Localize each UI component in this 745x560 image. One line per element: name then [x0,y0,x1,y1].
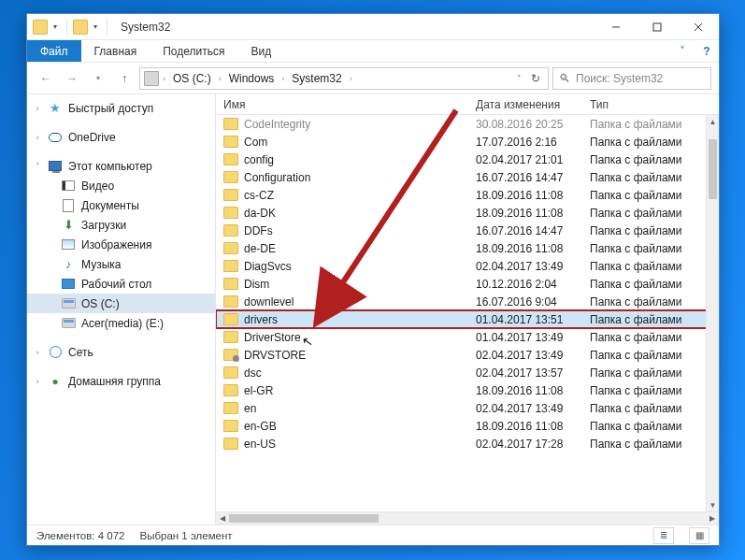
file-row[interactable]: Dism10.12.2016 2:04Папка с файлами [216,275,719,293]
file-row[interactable]: en-US02.04.2017 17:28Папка с файлами [216,435,719,452]
collapse-icon[interactable]: › [33,377,42,386]
ribbon-expand-icon[interactable]: ˅ [670,40,695,62]
tab-share[interactable]: Поделиться [150,40,237,62]
chevron-right-icon[interactable]: › [161,74,167,83]
file-row[interactable]: config02.04.2017 21:01Папка с файлами [216,151,719,168]
scroll-right-icon[interactable]: ▶ [706,514,719,523]
up-button[interactable]: ↑ [113,67,136,90]
file-row[interactable]: DriverStore01.04.2017 13:49Папка с файла… [216,328,719,346]
pictures-icon [61,237,76,252]
file-date: 02.04.2017 13:49 [476,260,590,273]
sidebar-item-documents[interactable]: Документы [27,195,215,215]
collapse-icon[interactable]: › [33,348,42,357]
scrollbar-thumb[interactable] [709,139,717,199]
col-name[interactable]: Имя [223,98,476,111]
homegroup-icon: ● [48,374,63,389]
file-row[interactable]: downlevel16.07.2016 9:04Папка с файлами [216,293,719,310]
scroll-left-icon[interactable]: ◀ [216,514,229,523]
file-row[interactable]: en-GB18.09.2016 11:08Папка с файлами [216,417,719,435]
sidebar-label: Документы [81,199,139,212]
breadcrumb[interactable]: OS (C:) [169,72,215,85]
folder-icon [223,402,238,414]
drive-icon [144,71,159,86]
address-dropdown-icon[interactable]: ˅ [513,74,525,83]
cursor-icon: ↖ [301,333,315,350]
folder-icon [223,136,238,148]
sidebar-item-video[interactable]: Видео [27,176,215,195]
collapse-icon[interactable]: ˅ [33,162,42,171]
help-icon[interactable]: ? [695,40,719,62]
scroll-down-icon[interactable]: ▼ [707,498,719,511]
chevron-right-icon[interactable]: › [348,74,354,83]
collapse-icon[interactable]: › [33,133,42,142]
qat-dropdown-icon[interactable]: ▾ [50,22,61,31]
file-row[interactable]: Com17.07.2016 2:16Папка с файлами [216,133,719,151]
tab-view[interactable]: Вид [237,40,284,62]
sidebar-item-pictures[interactable]: Изображения [27,235,215,254]
sidebar-item-desktop[interactable]: Рабочий стол [27,274,215,294]
file-row[interactable]: DDFs16.07.2016 14:47Папка с файлами [216,222,719,239]
back-button[interactable]: ← [35,67,57,90]
file-type: Папка с файлами [590,438,706,451]
network-icon [48,345,63,360]
file-row[interactable]: Configuration16.07.2016 14:47Папка с фай… [216,168,719,186]
view-icons-button[interactable]: ▦ [689,527,709,544]
scroll-up-icon[interactable]: ▲ [707,115,719,128]
qat-dropdown-icon[interactable]: ▾ [90,22,101,31]
breadcrumb[interactable]: Windows [225,72,279,85]
file-type: Папка с файлами [590,260,706,273]
refresh-icon[interactable]: ↻ [527,72,544,85]
sidebar-label: Видео [81,179,114,193]
col-type[interactable]: Тип [590,98,706,111]
file-name: en [244,402,256,415]
sidebar-item-downloads[interactable]: ⬇Загрузки [27,215,215,235]
sidebar-label: Acer(media) (E:) [81,317,164,330]
file-row[interactable]: drivers01.04.2017 13:51Папка с файлами [216,310,719,328]
minimize-button[interactable] [595,14,637,40]
tab-file[interactable]: Файл [27,40,81,62]
chevron-right-icon[interactable]: › [279,74,286,83]
file-row[interactable]: cs-CZ18.09.2016 11:08Папка с файлами [216,186,719,204]
folder-icon [223,207,238,219]
folder-icon [223,189,238,201]
search-box[interactable]: 🔍︎ Поиск: System32 [552,67,711,90]
sidebar-item-music[interactable]: ♪Музыка [27,254,215,274]
sidebar-item-drive-c[interactable]: OS (C:) [27,294,215,313]
file-row[interactable]: CodeIntegrity30.08.2016 20:25Папка с фай… [216,115,719,133]
sidebar-item-network[interactable]: › Сеть [27,342,215,362]
col-date[interactable]: Дата изменения [476,98,590,111]
file-row[interactable]: de-DE18.09.2016 11:08Папка с файлами [216,239,719,257]
horizontal-scrollbar[interactable]: ◀ ▶ [216,511,719,524]
vertical-scrollbar[interactable]: ▲ ▼ [706,115,719,511]
scrollbar-thumb[interactable] [229,514,379,523]
file-date: 16.07.2016 9:04 [476,295,590,309]
breadcrumb[interactable]: System32 [288,72,345,85]
chevron-right-icon[interactable]: › [217,74,223,83]
sidebar-item-quick-access[interactable]: › ★ Быстрый доступ [27,98,215,118]
folder-icon [223,384,238,396]
file-name: da-DK [244,207,276,220]
recent-dropdown-icon[interactable]: ▾ [87,67,109,90]
file-row[interactable]: DRVSTORE02.04.2017 13:49Папка с файлами [216,346,719,364]
drive-icon [61,296,76,311]
file-row[interactable]: da-DK18.09.2016 11:08Папка с файлами [216,204,719,222]
sidebar-item-drive-e[interactable]: Acer(media) (E:) [27,313,215,333]
file-row[interactable]: dsc02.04.2017 13:57Папка с файлами [216,364,719,381]
close-button[interactable] [678,14,719,40]
forward-button[interactable]: → [61,67,83,90]
folder-icon [223,224,238,237]
file-row[interactable]: el-GR18.09.2016 11:08Папка с файлами [216,381,719,399]
file-pane: Имя Дата изменения Тип CodeIntegrity30.0… [216,94,719,524]
file-row[interactable]: en02.04.2017 13:49Папка с файлами [216,399,719,417]
collapse-icon[interactable]: › [33,104,42,113]
file-date: 01.04.2017 13:49 [476,331,590,344]
tab-home[interactable]: Главная [81,40,150,62]
address-bar[interactable]: › OS (C:) › Windows › System32 › ˅ ↻ [139,67,549,90]
view-details-button[interactable]: ≣ [653,527,674,544]
file-date: 18.09.2016 11:08 [476,242,590,255]
sidebar-item-homegroup[interactable]: › ● Домашняя группа [27,371,215,391]
sidebar-item-this-pc[interactable]: ˅ Этот компьютер [27,156,215,176]
maximize-button[interactable] [637,14,678,40]
sidebar-item-onedrive[interactable]: › OneDrive [27,127,215,147]
file-row[interactable]: DiagSvcs02.04.2017 13:49Папка с файлами [216,257,719,275]
